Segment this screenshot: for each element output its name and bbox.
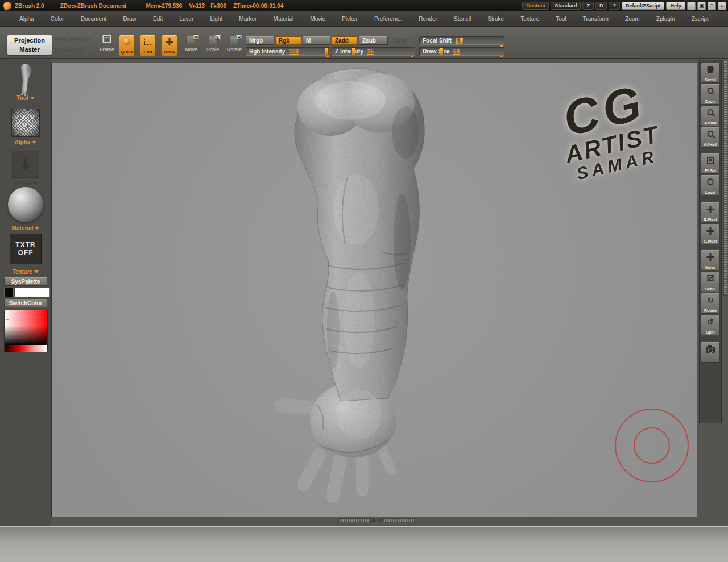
- switchcolor-button[interactable]: SwitchColor: [4, 299, 47, 307]
- scroll-button[interactable]: Scroll: [701, 63, 720, 83]
- slider-thumb[interactable]: [440, 48, 444, 55]
- color-value-strip[interactable]: [5, 345, 47, 352]
- window-restore-icon[interactable]: ▣: [697, 2, 706, 10]
- question-help-button[interactable]: ?: [609, 2, 620, 10]
- d-button[interactable]: D: [595, 2, 607, 10]
- menu-zscript[interactable]: Zscript: [692, 16, 709, 22]
- menu-render[interactable]: Render: [419, 16, 437, 22]
- local-button[interactable]: Local: [701, 175, 720, 195]
- slider-thumb[interactable]: [325, 48, 329, 55]
- scrollbar-track[interactable]: [382, 518, 415, 522]
- menu-alpha[interactable]: Alpha: [19, 16, 34, 22]
- actual-button[interactable]: Actual: [701, 106, 720, 126]
- material-preview-sphere[interactable]: [8, 187, 43, 222]
- menu-document[interactable]: Document: [81, 16, 107, 22]
- top-shelf: Projection Master PF80 PFGras PFrame 25 …: [0, 27, 728, 59]
- menu-texture[interactable]: Texture: [520, 16, 539, 22]
- rotate-canvas-button[interactable]: ↻ Rotate: [701, 293, 720, 314]
- edit-button[interactable]: Edit: [140, 35, 156, 56]
- quick-button[interactable]: Quick: [119, 35, 135, 56]
- aahalf-button[interactable]: AAHalf: [701, 127, 720, 148]
- spin-label: Spin: [701, 330, 719, 334]
- move-canvas-button[interactable]: Move: [701, 250, 720, 270]
- canvas-vertical-scrollbar[interactable]: [723, 61, 727, 296]
- ghost-row1: PF80 PFGras: [55, 37, 90, 43]
- help-button[interactable]: Help: [666, 2, 685, 10]
- window-close-icon[interactable]: ×: [718, 2, 726, 10]
- c-pivot-button[interactable]: C.Pivot: [701, 224, 720, 244]
- rgb-intensity-slider[interactable]: Rgb Intensity 100: [246, 47, 330, 56]
- menu-preferences[interactable]: Preferenc..: [374, 16, 402, 22]
- menu-transform[interactable]: Transform: [583, 16, 609, 22]
- menu-marker[interactable]: Marker: [239, 16, 257, 22]
- menu-zplugin[interactable]: Zplugin: [656, 16, 675, 22]
- tool-preview-thumbnail[interactable]: [16, 63, 35, 96]
- s-pivot-button[interactable]: S.Pivot: [701, 202, 720, 223]
- scrollbar-track[interactable]: [338, 518, 371, 522]
- stroke-palette-label[interactable]: Stroke: [0, 180, 51, 186]
- menu-stencil[interactable]: Stencil: [454, 16, 471, 22]
- standard-ui-button[interactable]: Standard: [551, 2, 581, 10]
- material-palette-label[interactable]: Material: [0, 225, 51, 231]
- main-color-swatch[interactable]: [15, 288, 50, 297]
- texture-preview-box[interactable]: TXTR OFF: [10, 234, 42, 264]
- txtr-line1: TXTR: [10, 241, 41, 249]
- frame-tool[interactable]: Frame: [97, 35, 117, 57]
- scale-canvas-button[interactable]: Scale: [701, 272, 720, 292]
- scroll-down-icon[interactable]: [377, 519, 382, 524]
- title-bar-buttons: Custom Standard Z D ? DefaultZScript Hel…: [522, 2, 726, 10]
- color-gradient-area[interactable]: [5, 310, 47, 345]
- draw-button[interactable]: Draw: [162, 35, 177, 56]
- spin-button[interactable]: ↺ Spin: [701, 315, 720, 335]
- menu-bar: Alpha Color Document Draw Edit Layer Lig…: [0, 11, 728, 27]
- custom-ui-button[interactable]: Custom: [522, 2, 549, 10]
- rgb-button[interactable]: Rgb: [275, 36, 301, 45]
- scroll-up-icon[interactable]: [371, 516, 376, 522]
- rotate-tool[interactable]: R Rotate: [224, 35, 245, 57]
- zadd-button[interactable]: Zadd: [332, 36, 358, 45]
- secondary-color-swatch[interactable]: [4, 288, 14, 297]
- menu-light[interactable]: Light: [210, 16, 223, 22]
- snapshot-button[interactable]: [701, 342, 720, 363]
- zoom-label: Zoom: [701, 99, 719, 103]
- stat-ztime: ZTime▸00:00:01.04: [233, 3, 283, 9]
- z-intensity-slider[interactable]: Z Intensity 25: [332, 47, 415, 56]
- scale-tool[interactable]: S Scale: [202, 35, 223, 57]
- mrgb-button[interactable]: Mrgb: [246, 36, 274, 45]
- ghost-row2: PFrame 25: [55, 48, 90, 53]
- zoom-button[interactable]: Zoom: [701, 84, 720, 105]
- alpha-preview-thumbnail[interactable]: [11, 109, 40, 137]
- menu-color[interactable]: Color: [51, 16, 64, 22]
- menu-material[interactable]: Material: [274, 16, 294, 22]
- menu-picker[interactable]: Picker: [342, 16, 358, 22]
- color-picker[interactable]: [4, 310, 48, 352]
- menu-edit[interactable]: Edit: [153, 16, 163, 22]
- menu-draw[interactable]: Draw: [123, 16, 136, 22]
- zsub-button[interactable]: Zsub: [359, 36, 388, 45]
- window-maximize-icon[interactable]: □: [708, 2, 716, 10]
- texture-palette-label[interactable]: Texture: [0, 269, 51, 275]
- menu-stroke[interactable]: Stroke: [487, 16, 504, 22]
- projection-master-button[interactable]: Projection Master: [7, 35, 52, 55]
- default-zscript-button[interactable]: DefaultZScript: [622, 2, 665, 10]
- menu-zoom[interactable]: Zoom: [625, 16, 640, 22]
- pt-sel-button[interactable]: Pt Sel: [701, 153, 720, 174]
- window-shade-icon[interactable]: —: [687, 2, 696, 10]
- m-button[interactable]: M: [303, 36, 330, 45]
- move-tool[interactable]: M Move: [181, 35, 201, 57]
- alpha-palette-label[interactable]: Alpha: [0, 139, 51, 145]
- slider-thumb[interactable]: [351, 48, 355, 55]
- slider-thumb[interactable]: [460, 37, 464, 44]
- stroke-preview-thumbnail[interactable]: [12, 151, 39, 178]
- pt-sel-label: Pt Sel: [701, 169, 719, 173]
- focal-shift-slider[interactable]: Focal Shift 0: [419, 36, 504, 45]
- canvas-horizontal-scrollbar[interactable]: [338, 518, 415, 523]
- z-button[interactable]: Z: [582, 2, 594, 10]
- menu-movie[interactable]: Movie: [310, 16, 325, 22]
- draw-size-slider[interactable]: Draw Size 64: [419, 47, 504, 56]
- menu-layer[interactable]: Layer: [179, 16, 193, 22]
- tool-palette-label[interactable]: Tool: [0, 95, 51, 101]
- syspalette-button[interactable]: SysPalette: [4, 277, 47, 286]
- menu-tool[interactable]: Tool: [556, 16, 566, 22]
- document-canvas[interactable]: CG ARTIST SAMAR: [51, 63, 697, 517]
